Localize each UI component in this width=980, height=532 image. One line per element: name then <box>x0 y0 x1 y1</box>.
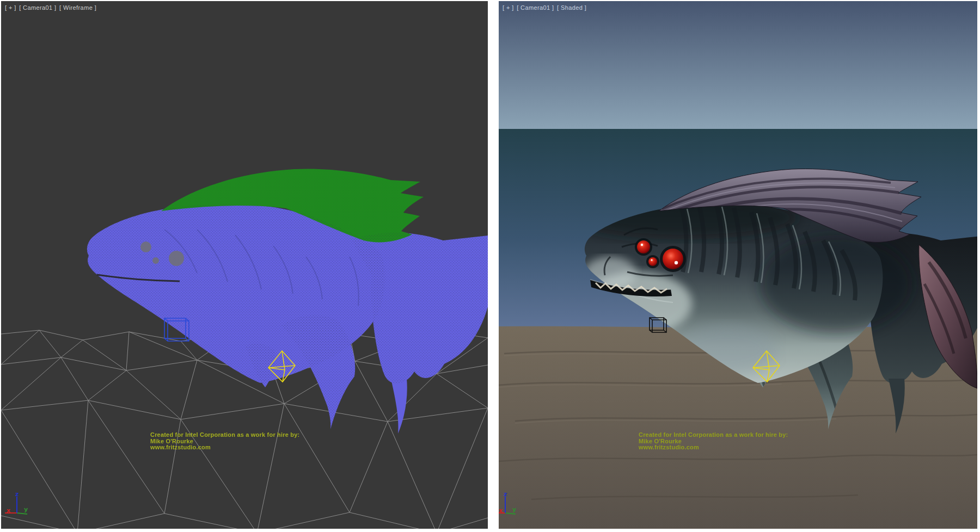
credits-line: Mike O'Rourke <box>639 438 788 444</box>
viewport-right-shaded[interactable]: x y z [ + ] [ Camera01 ] [ Shaded ] Crea… <box>499 1 977 529</box>
viewport-label-right: [ + ] [ Camera01 ] [ Shaded ] <box>503 4 587 11</box>
sky-background <box>499 1 977 129</box>
viewport-menu-shading[interactable]: [ Shaded ] <box>557 4 586 11</box>
viewport-menu-general[interactable]: [ + ] <box>503 4 514 11</box>
viewport-label-left: [ + ] [ Camera01 ] [ Wireframe ] <box>5 4 97 11</box>
axis-y-label: y <box>24 506 28 513</box>
viewport-menu-general[interactable]: [ + ] <box>5 4 16 11</box>
axis-x-label: x <box>499 507 503 514</box>
credits-text: Created for Intel Corporation as a work … <box>639 432 788 451</box>
fish-model-wireframe[interactable] <box>87 169 488 434</box>
axis-z-label: z <box>504 491 507 498</box>
credits-line: www.fritzstudio.com <box>150 444 299 451</box>
viewport-splitter[interactable] <box>488 1 499 529</box>
viewport-menu-camera[interactable]: [ Camera01 ] <box>517 4 554 11</box>
viewport-menu-shading[interactable]: [ Wireframe ] <box>59 4 96 11</box>
world-axis-tripod: x y z <box>5 491 28 514</box>
axis-y-label: y <box>512 506 516 513</box>
credits-line: www.fritzstudio.com <box>639 444 788 451</box>
credits-line: Mike O'Rourke <box>150 438 299 444</box>
axis-z-label: z <box>15 491 19 498</box>
viewport-area: x y z [ + ] [ Camera01 ] [ Wireframe ] C… <box>0 0 980 532</box>
viewport-left-wireframe[interactable]: x y z [ + ] [ Camera01 ] [ Wireframe ] C… <box>1 1 488 529</box>
credits-text: Created for Intel Corporation as a work … <box>150 432 299 451</box>
axis-x-label: x <box>7 507 10 514</box>
credits-line: Created for Intel Corporation as a work … <box>639 432 788 438</box>
viewport-menu-camera[interactable]: [ Camera01 ] <box>19 4 56 11</box>
credits-line: Created for Intel Corporation as a work … <box>150 432 299 438</box>
